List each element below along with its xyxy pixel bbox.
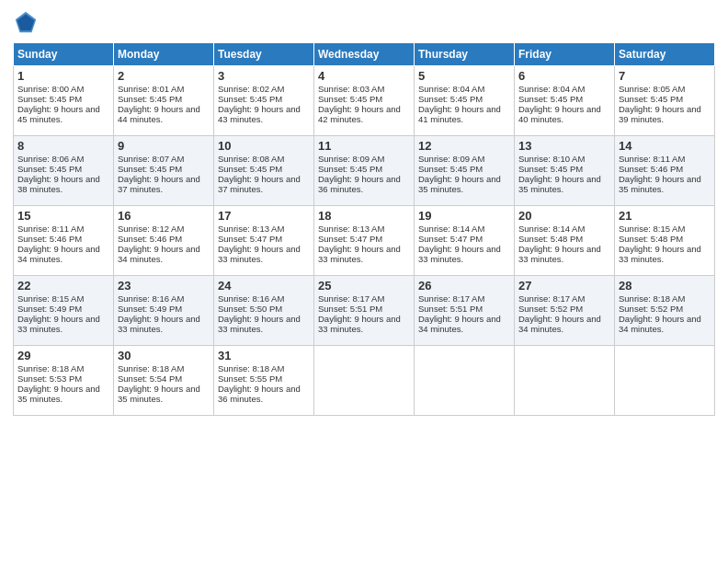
calendar-cell: 31Sunrise: 8:18 AMSunset: 5:55 PMDayligh… [214,346,314,416]
calendar-cell: 19Sunrise: 8:14 AMSunset: 5:47 PMDayligh… [415,206,515,276]
daylight: Daylight: 9 hours and 36 minutes. [218,384,301,404]
calendar-week-3: 15Sunrise: 8:11 AMSunset: 5:46 PMDayligh… [14,206,715,276]
daylight: Daylight: 9 hours and 34 minutes. [17,244,100,264]
sunset: Sunset: 5:49 PM [17,304,82,314]
calendar-cell: 1Sunrise: 8:00 AMSunset: 5:45 PMDaylight… [14,66,114,136]
calendar-cell: 17Sunrise: 8:13 AMSunset: 5:47 PMDayligh… [214,206,314,276]
daylight: Daylight: 9 hours and 33 minutes. [318,314,401,334]
daylight: Daylight: 9 hours and 33 minutes. [619,244,701,264]
daylight: Daylight: 9 hours and 33 minutes. [218,314,301,334]
daylight: Daylight: 9 hours and 33 minutes. [518,244,601,264]
day-number: 27 [518,279,610,293]
calendar-cell: 6Sunrise: 8:04 AMSunset: 5:45 PMDaylight… [515,66,615,136]
sunrise: Sunrise: 8:14 AM [418,224,484,234]
sunrise: Sunrise: 8:08 AM [218,154,284,164]
daylight: Daylight: 9 hours and 34 minutes. [118,244,200,264]
daylight: Daylight: 9 hours and 41 minutes. [418,104,501,124]
sunset: Sunset: 5:47 PM [318,234,382,244]
day-number: 20 [518,209,610,223]
sunset: Sunset: 5:45 PM [17,164,82,174]
day-number: 24 [218,279,310,293]
sunset: Sunset: 5:45 PM [418,164,483,174]
sunrise: Sunrise: 8:02 AM [218,84,284,94]
sunset: Sunset: 5:48 PM [518,234,583,244]
sunrise: Sunrise: 8:16 AM [118,293,184,304]
calendar-cell: 5Sunrise: 8:04 AMSunset: 5:45 PMDaylight… [415,66,515,136]
calendar-cell: 13Sunrise: 8:10 AMSunset: 5:45 PMDayligh… [515,136,615,206]
daylight: Daylight: 9 hours and 44 minutes. [118,104,200,124]
header-row: SundayMondayTuesdayWednesdayThursdayFrid… [14,43,715,66]
daylight: Daylight: 9 hours and 33 minutes. [418,244,501,264]
daylight: Daylight: 9 hours and 35 minutes. [619,174,701,194]
day-number: 8 [17,139,109,153]
sunrise: Sunrise: 8:17 AM [518,293,585,304]
sunset: Sunset: 5:45 PM [118,164,182,174]
day-number: 29 [17,349,109,362]
calendar-cell: 21Sunrise: 8:15 AMSunset: 5:48 PMDayligh… [615,206,715,276]
sunset: Sunset: 5:45 PM [619,94,683,104]
day-number: 5 [418,69,510,83]
sunset: Sunset: 5:45 PM [318,94,382,104]
calendar-cell: 14Sunrise: 8:11 AMSunset: 5:46 PMDayligh… [615,136,715,206]
day-header-monday: Monday [114,43,214,66]
sunset: Sunset: 5:45 PM [17,94,82,104]
calendar-cell: 24Sunrise: 8:16 AMSunset: 5:50 PMDayligh… [214,276,314,346]
sunset: Sunset: 5:47 PM [218,234,282,244]
day-number: 31 [218,349,310,362]
sunset: Sunset: 5:45 PM [318,164,382,174]
calendar-week-2: 8Sunrise: 8:06 AMSunset: 5:45 PMDaylight… [14,136,715,206]
day-number: 12 [418,139,510,153]
day-number: 21 [619,209,711,223]
sunrise: Sunrise: 8:13 AM [218,224,284,234]
calendar-cell: 9Sunrise: 8:07 AMSunset: 5:45 PMDaylight… [114,136,214,206]
daylight: Daylight: 9 hours and 42 minutes. [318,104,401,124]
sunrise: Sunrise: 8:09 AM [418,154,484,164]
sunrise: Sunrise: 8:06 AM [17,154,84,164]
sunset: Sunset: 5:46 PM [17,234,82,244]
logo [13,9,42,35]
sunrise: Sunrise: 8:15 AM [17,293,84,304]
day-number: 16 [118,209,210,223]
daylight: Daylight: 9 hours and 35 minutes. [118,384,200,404]
sunset: Sunset: 5:51 PM [318,304,382,314]
calendar-cell: 2Sunrise: 8:01 AMSunset: 5:45 PMDaylight… [114,66,214,136]
day-number: 13 [518,139,610,153]
calendar-cell: 20Sunrise: 8:14 AMSunset: 5:48 PMDayligh… [515,206,615,276]
day-header-sunday: Sunday [14,43,114,66]
sunset: Sunset: 5:46 PM [619,164,683,174]
calendar-cell: 27Sunrise: 8:17 AMSunset: 5:52 PMDayligh… [515,276,615,346]
calendar-week-4: 22Sunrise: 8:15 AMSunset: 5:49 PMDayligh… [14,276,715,346]
sunrise: Sunrise: 8:12 AM [118,224,184,234]
day-header-saturday: Saturday [615,43,715,66]
day-number: 19 [418,209,510,223]
daylight: Daylight: 9 hours and 37 minutes. [218,174,301,194]
day-number: 1 [17,69,109,83]
calendar-cell: 12Sunrise: 8:09 AMSunset: 5:45 PMDayligh… [415,136,515,206]
sunrise: Sunrise: 8:17 AM [318,293,384,304]
sunrise: Sunrise: 8:17 AM [418,293,484,304]
sunset: Sunset: 5:52 PM [518,304,583,314]
sunset: Sunset: 5:46 PM [118,234,182,244]
sunrise: Sunrise: 8:16 AM [218,293,284,304]
day-number: 14 [619,139,711,153]
page-container: SundayMondayTuesdayWednesdayThursdayFrid… [0,0,728,425]
sunrise: Sunrise: 8:09 AM [318,154,384,164]
day-number: 30 [118,349,210,362]
day-number: 26 [418,279,510,293]
day-header-thursday: Thursday [415,43,515,66]
daylight: Daylight: 9 hours and 35 minutes. [17,384,100,404]
sunset: Sunset: 5:45 PM [518,164,583,174]
daylight: Daylight: 9 hours and 34 minutes. [418,314,501,334]
daylight: Daylight: 9 hours and 33 minutes. [118,314,200,334]
calendar-cell: 23Sunrise: 8:16 AMSunset: 5:49 PMDayligh… [114,276,214,346]
day-number: 25 [318,279,410,293]
sunrise: Sunrise: 8:14 AM [518,224,585,234]
sunset: Sunset: 5:45 PM [118,94,182,104]
sunset: Sunset: 5:47 PM [418,234,483,244]
sunrise: Sunrise: 8:18 AM [118,363,184,373]
day-number: 11 [318,139,410,153]
calendar-cell: 16Sunrise: 8:12 AMSunset: 5:46 PMDayligh… [114,206,214,276]
sunset: Sunset: 5:45 PM [218,94,282,104]
sunrise: Sunrise: 8:13 AM [318,224,384,234]
sunset: Sunset: 5:45 PM [218,164,282,174]
